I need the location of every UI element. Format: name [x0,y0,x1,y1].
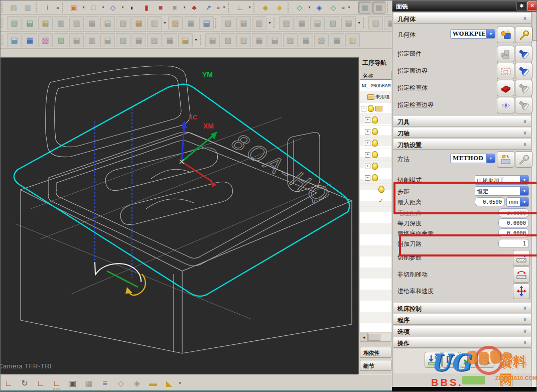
wireframe-display-icon[interactable]: ◇ [106,2,119,14]
toolbar-button[interactable]: ▦ [85,16,99,30]
specify-check-body-button[interactable] [497,80,514,96]
tree-expand-icon[interactable]: + [365,141,370,146]
tree-expand-icon[interactable]: + [365,117,370,123]
geometry-dropdown[interactable]: WORKPIECE ▼ [450,29,495,39]
section-tool-header[interactable]: 刀具 ∨ [393,116,531,126]
dropdown-arrow-icon[interactable]: ▾ [346,5,352,10]
expand-icon[interactable]: ∨ [523,305,527,311]
collapse-icon[interactable]: ∧ [523,141,527,148]
section-machine-control-header[interactable]: 机床控制 ∨ [393,303,531,313]
dialog-titlebar[interactable]: 面铣 [392,1,537,12]
list-toolpath-button[interactable] [477,352,494,368]
plane-icon[interactable]: ◈ [313,2,326,14]
move-object-icon[interactable]: ↗ [202,2,215,14]
dropdown-arrow-icon[interactable]: ▾ [193,38,199,42]
expand-icon[interactable]: ∨ [523,328,527,334]
toolbar-button[interactable]: ▦ [236,16,251,30]
toolbar-button[interactable]: ▦ [299,33,313,47]
toolbar-button[interactable]: ▦ [295,16,309,30]
point-icon[interactable]: ◆ [259,2,272,14]
edit-method-button[interactable] [497,151,514,168]
graphics-viewport[interactable]: 8OA-HQ YM XC XM [1,57,358,374]
point-set-icon[interactable]: ◆ [273,2,286,14]
toolbar-button[interactable]: ▧ [116,33,130,47]
tree-item[interactable]: + [360,114,391,126]
non-cutting-moves-button[interactable] [513,267,530,283]
vector-icon[interactable]: ◇ [293,2,306,14]
toolbar-button[interactable]: ▦ [131,16,146,30]
plane-stack-icon[interactable]: ◈ [129,376,145,390]
tab-details[interactable]: 细节 [360,360,391,371]
toolbar-button[interactable]: ▦ [252,33,266,47]
scroll-left-button[interactable]: ◄ [360,333,368,341]
toolbar-button[interactable]: ▥ [252,16,266,30]
new-geometry-button[interactable] [497,27,514,43]
specify-check-boundary-button[interactable] [497,97,514,113]
toolbar-button[interactable]: ▤ [7,33,22,47]
collapse-icon[interactable]: ∧ [523,339,527,346]
layer-settings-icon[interactable]: ≡ [97,376,112,390]
navigator-name-column-header[interactable]: 名称 [360,71,391,80]
dropdown-arrow-icon[interactable]: ▾ [221,5,227,10]
toolbar-button[interactable]: ▨ [54,33,68,47]
dropdown-arrow-icon[interactable]: ▾ [307,5,312,10]
navigator-horizontal-scrollbar[interactable]: ◄ [360,333,391,342]
tree-item[interactable]: + [360,138,391,149]
work-plane-icon[interactable]: ◇ [113,376,128,390]
dropdown-arrow-icon[interactable]: ▾ [247,5,252,10]
dialog-scrollbar-thumb[interactable] [532,13,537,41]
dropdown-arrow-icon[interactable]: ▾ [81,5,86,10]
specify-face-boundary-button[interactable] [497,63,514,79]
toolbar-button[interactable]: ▦ [69,33,84,47]
tree-item[interactable]: 未用项 [360,91,391,103]
dropdown-arrow-icon[interactable]: ▼ [486,30,495,38]
toolbar-button[interactable]: ▨ [69,16,84,30]
select-face-boundary-button[interactable] [515,63,532,79]
toolbar-button[interactable]: ▦ [384,16,392,30]
section-actions-header[interactable]: 操作 ∧ [393,337,531,348]
grid-toggle-button[interactable]: ▦ [358,2,371,14]
toolbar-button[interactable]: ▥ [85,33,99,47]
toolbar-button[interactable]: ▧ [326,16,340,30]
dropdown-arrow-icon[interactable]: ▾ [162,21,168,25]
collapse-icon[interactable]: ∧ [523,15,527,22]
edit-geometry-button[interactable] [515,27,532,43]
toolbar-button[interactable]: ▤ [310,16,325,30]
toolbar-button[interactable]: ▥ [236,33,251,47]
generate-toolpath-button[interactable] [425,352,442,368]
select-part-button[interactable] [515,46,532,62]
toolbar-button[interactable]: ▦ [205,33,220,47]
scrollbar-thumb[interactable] [368,334,380,341]
toolbar-button[interactable]: ▦ [38,16,53,30]
select-check-body-button[interactable] [515,80,532,96]
grid-toggle-button[interactable]: ▦ [372,2,385,14]
expand-icon[interactable]: ∨ [523,129,527,136]
tab-dependencies[interactable]: 相依性 [360,347,391,358]
measure-distance-icon[interactable]: ▬ [146,376,161,390]
tree-item[interactable] [360,184,391,195]
orient-wcs-icon[interactable]: ∟ [33,376,48,390]
specify-part-button[interactable] [497,46,514,62]
feeds-speeds-button[interactable] [513,283,530,299]
toolbar-button[interactable]: ▤ [100,16,115,30]
tree-item[interactable]: + [360,161,391,172]
dropdown-arrow-icon[interactable]: ▾ [120,5,125,10]
save-wcs-icon[interactable]: ▣ [65,376,80,390]
expand-icon[interactable]: ∨ [523,118,527,124]
settings-icon[interactable]: ✱ [516,2,527,11]
dropdown-arrow-icon[interactable]: ▾ [177,381,183,385]
overflow-button[interactable]: » [55,5,61,11]
rotate-wcs-icon[interactable]: ↻ [17,376,32,390]
toolbar-button[interactable]: ▥ [345,33,360,47]
verify-toolpath-button[interactable] [460,352,477,368]
section-tool-axis-header[interactable]: 刀轴 ∨ [393,127,531,138]
dropdown-arrow-icon[interactable]: ▾ [267,21,273,25]
toolbar-button[interactable]: ▦ [131,33,146,47]
measure-angle-icon[interactable]: ◣ [162,376,177,390]
method-wrench-button[interactable] [515,151,532,168]
tree-expand-icon[interactable]: + [365,152,370,158]
overflow-button[interactable]: » [340,5,346,11]
toolbar-button[interactable]: ▦ [330,33,344,47]
dropdown-arrow-icon[interactable]: ▾ [182,5,187,10]
toolbar-button[interactable]: ▨ [283,33,298,47]
